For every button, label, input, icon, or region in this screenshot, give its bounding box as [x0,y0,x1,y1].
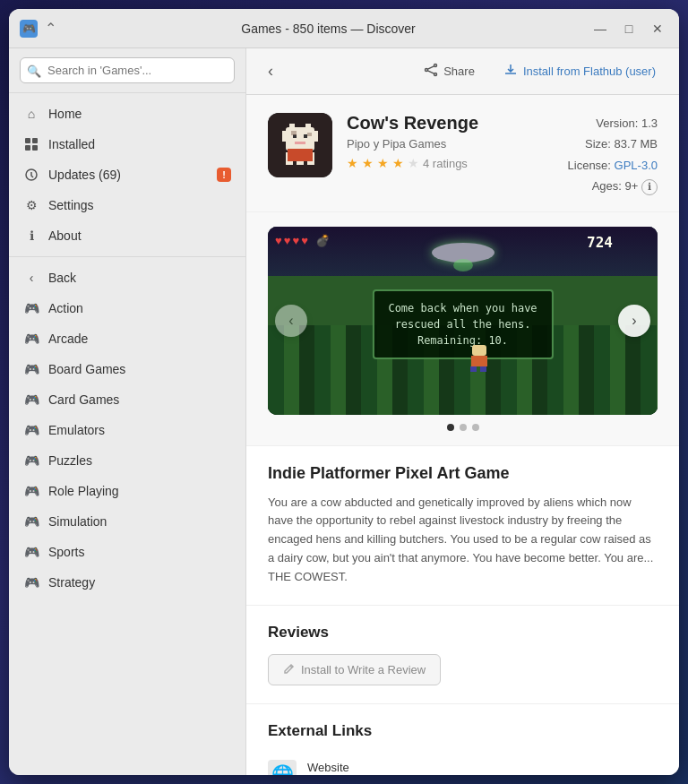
game-hearts: ♥ ♥ ♥ ♥ 💣 [275,234,330,247]
sidebar-item-action-label: Action [48,301,83,315]
sidebar-item-puzzles[interactable]: 🎮 Puzzles [9,445,245,476]
install-button[interactable]: Install from Flathub (user) [494,57,665,85]
sidebar-item-sports-label: Sports [48,545,84,559]
screenshot-image: ♥ ♥ ♥ ♥ 💣 724 Come back w [268,227,658,415]
main-panel: ‹ Share [246,48,679,775]
license-label: License: [568,159,611,172]
search-bar-container: 🔍 [9,48,245,93]
updates-badge: ! [217,168,231,182]
star-4: ★ [392,156,404,170]
share-label: Share [443,65,475,78]
description-section: Indie Platformer Pixel Art Game You are … [246,446,679,606]
char-leg-r [480,366,486,372]
window-title: Games - 850 items — Discover [67,22,589,36]
license-link[interactable]: GPL-3.0 [615,159,658,172]
svg-line-9 [428,71,434,73]
sidebar-item-emulators[interactable]: 🎮 Emulators [9,415,245,445]
maximize-button[interactable]: □ [618,18,640,39]
app-icon-small: 🎮 [20,20,38,38]
external-links-section: External Links 🌐 Website Visit the proje… [246,704,679,775]
svg-rect-1 [32,138,38,143]
sidebar-item-settings-label: Settings [48,198,94,212]
installed-icon [23,136,39,152]
app-content: Cow's Revenge Pipo y Pipa Games ★ ★ ★ ★ … [246,95,679,775]
minimize-button[interactable]: — [589,18,611,39]
screenshot-prev-button[interactable]: ‹ [275,305,307,337]
sidebar-item-simulation-label: Simulation [48,514,107,529]
sidebar-item-simulation[interactable]: 🎮 Simulation [9,506,245,537]
website-url[interactable]: Visit the project's website [307,774,427,775]
svg-rect-23 [291,131,297,135]
ages-label: Ages: [592,179,622,193]
screenshot-next-button[interactable]: › [618,305,650,337]
char-leg-l [470,366,477,372]
sidebar-item-card-games[interactable]: 🎮 Card Games [9,384,245,415]
gamepad-icon-card: 🎮 [23,392,39,408]
age-info: Ages: 9+ ℹ [568,176,658,196]
sidebar-item-back[interactable]: ‹ Back [9,263,245,293]
sidebar-item-puzzles-label: Puzzles [48,453,92,468]
svg-rect-2 [25,145,30,151]
titlebar-chevron[interactable]: ⌃ [45,20,56,37]
char-body [471,356,487,366]
gamepad-icon-rpg: 🎮 [23,483,39,499]
settings-icon: ⚙ [23,197,39,213]
sidebar-item-strategy[interactable]: 🎮 Strategy [9,567,245,598]
sidebar-item-action[interactable]: 🎮 Action [9,293,245,323]
minimize-icon: — [594,22,606,36]
main-nav: ⌂ Home Installed Updates (69) ! [9,93,245,257]
updates-icon [23,167,39,183]
titlebar: 🎮 ⌃ Games - 850 items — Discover — □ ✕ [9,9,679,48]
sidebar-item-home[interactable]: ⌂ Home [9,99,245,129]
app-header: Cow's Revenge Pipo y Pipa Games ★ ★ ★ ★ … [246,95,679,212]
sidebar-item-card-games-label: Card Games [48,392,119,407]
star-5: ★ [408,156,419,170]
website-icon: 🌐 [268,760,297,775]
heart-2: ♥ [284,234,291,247]
screenshot-dot-3[interactable] [472,424,479,431]
heart-3: ♥ [292,234,299,247]
sidebar-item-installed-label: Installed [48,137,95,151]
search-input[interactable] [20,57,235,83]
home-icon: ⌂ [23,106,39,122]
install-label: Install from Flathub (user) [523,65,656,78]
gamepad-icon-board: 🎮 [23,361,39,377]
categories-nav: ‹ Back 🎮 Action 🎮 Arcade 🎮 Board Games 🎮 [9,257,245,775]
star-3: ★ [377,156,389,170]
star-1: ★ [347,156,358,170]
svg-rect-12 [282,131,289,142]
search-container: 🔍 [20,57,235,83]
sidebar-item-settings[interactable]: ⚙ Settings [9,190,245,220]
back-button[interactable]: ‹ [261,58,280,84]
heart-4: ♥ [301,234,308,247]
sidebar-item-role-playing[interactable]: 🎮 Role Playing [9,476,245,506]
screenshot-dot-1[interactable] [447,424,454,431]
version-value: 1.3 [641,116,658,130]
app-developer: Pipo y Pipa Games [347,137,554,151]
size-value: 83.7 MB [615,137,658,151]
back-icon: ‹ [23,270,39,286]
sidebar-item-arcade[interactable]: 🎮 Arcade [9,323,245,354]
share-button[interactable]: Share [415,57,484,85]
star-2: ★ [362,156,374,170]
maximize-icon: □ [625,22,632,36]
write-review-button[interactable]: Install to Write a Review [268,654,441,685]
game-dialog: Come back when you haverescued all the h… [372,289,553,358]
rating-count: 4 ratings [423,157,468,170]
screenshot-container: ♥ ♥ ♥ ♥ 💣 724 Come back w [268,227,658,415]
sidebar-item-strategy-label: Strategy [48,575,95,590]
close-button[interactable]: ✕ [647,18,668,39]
website-name: Website [307,761,427,774]
sidebar: 🔍 ⌂ Home Installed [9,48,246,775]
sidebar-item-updates[interactable]: Updates (69) ! [9,159,245,190]
age-info-icon[interactable]: ℹ [641,179,658,195]
screenshot-dot-2[interactable] [460,424,467,431]
svg-line-8 [428,66,434,69]
sidebar-item-board-games[interactable]: 🎮 Board Games [9,354,245,384]
age-value: 9+ [625,179,639,193]
sidebar-item-installed[interactable]: Installed [9,129,245,159]
sidebar-item-about[interactable]: ℹ About [9,220,245,251]
globe-icon: 🌐 [271,763,294,775]
sidebar-item-sports[interactable]: 🎮 Sports [9,537,245,567]
app-name: Cow's Revenge [347,113,554,134]
